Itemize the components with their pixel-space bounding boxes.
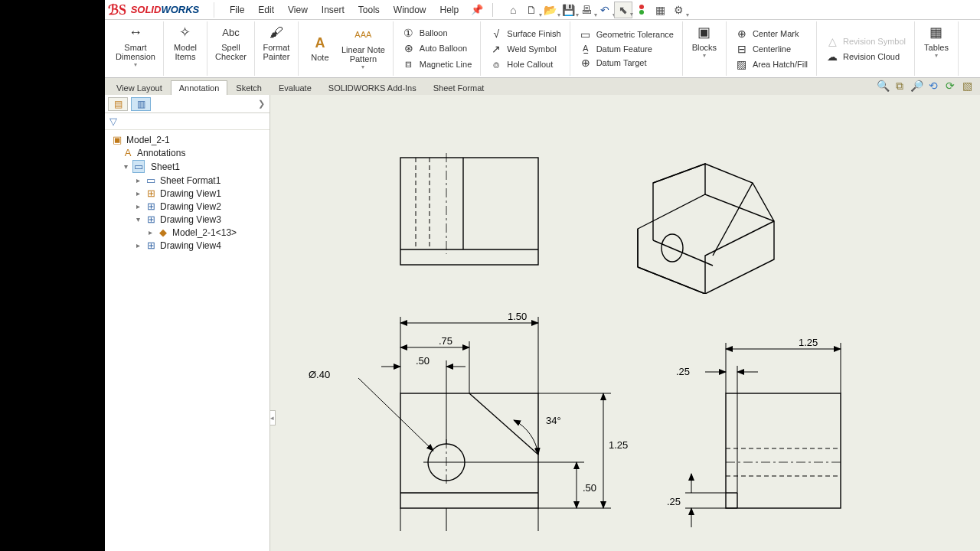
datum-target-button[interactable]: ⊕Datum Target xyxy=(577,56,676,70)
svg-point-1 xyxy=(639,10,644,15)
auto-balloon-button[interactable]: ⊛Auto Balloon xyxy=(400,41,475,55)
dim-50: .50 xyxy=(416,355,430,367)
options-icon[interactable]: ⚙ xyxy=(669,2,688,18)
new-icon[interactable]: 🗋 xyxy=(522,2,541,18)
dim-125: 1.25 xyxy=(609,439,628,451)
zoom-window-icon[interactable]: 🔎 xyxy=(910,79,923,93)
tree-sheet-format[interactable]: ▸▭Sheet Format1 xyxy=(106,174,268,187)
quick-access-toolbar: ⌂ 🗋 📂 💾 🖶 ↶ ⬉ ▦ ⚙ xyxy=(504,2,688,18)
pin-icon[interactable]: 📌 xyxy=(471,4,483,15)
svg-point-0 xyxy=(639,5,644,9)
model-items-button[interactable]: ✧Model Items xyxy=(168,23,202,63)
tree-view4[interactable]: ▸⊞Drawing View4 xyxy=(106,239,268,252)
smart-dimension-button[interactable]: ↔Smart Dimension▾ xyxy=(113,23,158,70)
note-button[interactable]: ANote xyxy=(303,33,337,64)
area-hatch-button[interactable]: ▨Area Hatch/Fill xyxy=(733,57,810,71)
menu-tools[interactable]: Tools xyxy=(352,2,386,18)
app-logo: ℬS SOLIDWORKS xyxy=(108,2,209,18)
format-painter-button[interactable]: 🖌Format Painter xyxy=(260,23,293,63)
ribbon-annotation: ↔Smart Dimension▾ ✧Model Items AbcSpell … xyxy=(105,20,980,78)
balloon-button[interactable]: ①Balloon xyxy=(400,26,475,40)
svg-line-11 xyxy=(469,393,538,455)
drawing-canvas[interactable]: ◂ xyxy=(270,95,980,551)
spell-checker-button[interactable]: AbcSpell Checker xyxy=(212,23,250,63)
weld-symbol-button[interactable]: ↗Weld Symbol xyxy=(487,42,563,56)
svg-rect-9 xyxy=(400,393,538,508)
drawing-view-top xyxy=(393,150,546,288)
feature-tree-tab-icon[interactable]: ▤ xyxy=(108,97,128,111)
prev-view-icon[interactable]: ⟲ xyxy=(926,79,940,93)
tree-view3[interactable]: ▾⊞Drawing View3 xyxy=(106,213,268,226)
dim-side-25a: .25 xyxy=(676,366,690,377)
revision-cloud-button[interactable]: ☁Revision Cloud xyxy=(823,50,908,64)
tree-root[interactable]: ▣Model_2-1 xyxy=(106,133,268,146)
magnetic-line-button[interactable]: ⧈Magnetic Line xyxy=(400,57,475,71)
drawing-view-front: 1.50 .75 .50 Ø.40 34° 1.2 xyxy=(286,302,638,546)
command-tabs: View Layout Annotation Sketch Evaluate S… xyxy=(105,78,980,95)
redo-view-icon[interactable]: ⟳ xyxy=(943,79,957,93)
undo-icon[interactable]: ↶ xyxy=(596,2,614,18)
dim-side-25b: .25 xyxy=(667,496,681,507)
menu-help[interactable]: Help xyxy=(434,2,466,18)
tab-sketch[interactable]: Sketch xyxy=(227,80,270,95)
section-view-icon[interactable]: ▧ xyxy=(960,79,974,93)
expand-panel-icon[interactable]: ❯ xyxy=(258,99,265,109)
tab-sheet-format[interactable]: Sheet Format xyxy=(425,80,493,95)
feature-manager-panel: ▤ ▥ ❯ ▽ ▣Model_2-1 AAnnotations ▾▭Sheet1… xyxy=(105,95,270,551)
tree-view1[interactable]: ▸⊞Drawing View1 xyxy=(106,187,268,200)
zoom-fit-icon[interactable]: 🔍 xyxy=(876,79,890,93)
home-icon[interactable]: ⌂ xyxy=(504,2,522,18)
main-menu: File Edit View Insert Tools Window Help xyxy=(224,2,465,18)
geometric-tolerance-button[interactable]: ▭Geometric Tolerance xyxy=(577,28,676,41)
tree-annotations[interactable]: AAnnotations xyxy=(106,146,268,159)
surface-finish-button[interactable]: √Surface Finish xyxy=(487,27,563,41)
dim-width: 1.50 xyxy=(508,311,527,322)
revision-symbol-button[interactable]: △Revision Symbol xyxy=(823,34,908,48)
center-mark-button[interactable]: ⊕Center Mark xyxy=(733,27,810,41)
dim-50b: .50 xyxy=(583,482,596,494)
feature-tree: ▣Model_2-1 AAnnotations ▾▭Sheet1 ▸▭Sheet… xyxy=(105,130,270,551)
tab-evaluate[interactable]: Evaluate xyxy=(270,80,320,95)
select-icon[interactable]: ⬉ xyxy=(614,2,632,18)
dim-side-125: 1.25 xyxy=(799,337,818,348)
centerline-button[interactable]: ⊟Centerline xyxy=(733,42,810,56)
menu-window[interactable]: Window xyxy=(387,2,433,18)
property-manager-tab-icon[interactable]: ▥ xyxy=(131,97,151,111)
zoom-area-icon[interactable]: ⧉ xyxy=(893,79,906,93)
dim-dia: Ø.40 xyxy=(309,369,330,380)
tab-annotation[interactable]: Annotation xyxy=(171,80,228,95)
dim-angle: 34° xyxy=(546,415,561,426)
menu-file[interactable]: File xyxy=(224,2,250,18)
tables-button[interactable]: ▦Tables▾ xyxy=(920,23,953,61)
collapse-panel-icon[interactable]: ◂ xyxy=(270,410,276,425)
svg-rect-32 xyxy=(726,393,841,508)
drawing-view-iso xyxy=(622,141,791,294)
traffic-light-icon[interactable] xyxy=(632,2,651,18)
datum-feature-button[interactable]: A̲Datum Feature xyxy=(577,43,676,54)
filter-icon[interactable]: ▽ xyxy=(109,116,117,127)
tab-view-layout[interactable]: View Layout xyxy=(108,80,171,95)
dim-75: .75 xyxy=(439,335,452,347)
open-icon[interactable]: 📂 xyxy=(541,2,559,18)
linear-note-pattern-button[interactable]: AAALinear Note Pattern▾ xyxy=(338,25,388,73)
svg-line-23 xyxy=(358,378,433,451)
menu-edit[interactable]: Edit xyxy=(252,2,280,18)
hole-callout-button[interactable]: ⌾Hole Callout xyxy=(487,57,563,71)
save-icon[interactable]: 💾 xyxy=(559,2,577,18)
menu-insert[interactable]: Insert xyxy=(315,2,351,18)
blocks-button[interactable]: ▣Blocks▾ xyxy=(688,23,721,61)
svg-rect-2 xyxy=(400,158,538,265)
drawing-view-side: 1.25 .25 .25 xyxy=(638,302,867,546)
tree-view2[interactable]: ▸⊞Drawing View2 xyxy=(106,200,268,213)
tree-subpart[interactable]: ▸◆Model_2-1<13> xyxy=(106,226,268,239)
rebuild-icon[interactable]: ▦ xyxy=(651,2,669,18)
tab-addins[interactable]: SOLIDWORKS Add-Ins xyxy=(320,80,425,95)
print-icon[interactable]: 🖶 xyxy=(577,2,596,18)
menu-view[interactable]: View xyxy=(282,2,314,18)
tree-sheet1[interactable]: ▾▭Sheet1 xyxy=(106,159,268,174)
